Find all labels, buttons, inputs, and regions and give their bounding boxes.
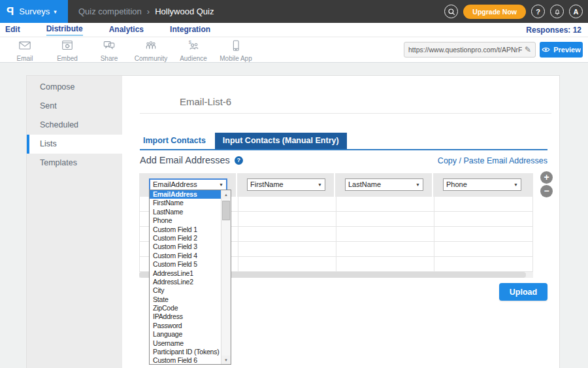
- surveys-menu[interactable]: P Surveys ▾: [0, 0, 68, 23]
- embed-icon: [60, 39, 74, 52]
- upload-button[interactable]: Upload: [499, 283, 547, 301]
- field-select-phone[interactable]: Phone ▼: [443, 178, 521, 191]
- account-button[interactable]: A: [569, 5, 583, 18]
- select-arrow-icon: ▼: [318, 178, 322, 190]
- column-divider: [434, 197, 434, 272]
- dropdown-option[interactable]: AddressLine1: [150, 269, 221, 278]
- top-bar: P Surveys ▾ Quiz competition › Hollywood…: [0, 0, 588, 23]
- contacts-tabs: Import Contacts Input Contacts (Manual E…: [140, 133, 347, 149]
- section-heading: Add Email Addresses ?: [140, 155, 243, 165]
- column-header-cell: FirstName ▼: [237, 173, 334, 197]
- nav-tab-analytics[interactable]: Analytics: [109, 25, 144, 35]
- toolbar-item-community[interactable]: Community: [130, 39, 172, 62]
- chevron-down-icon: ▾: [54, 8, 57, 15]
- scroll-up-icon[interactable]: ▲: [221, 190, 231, 199]
- email-icon: [18, 39, 32, 52]
- preview-button[interactable]: Preview: [540, 42, 583, 58]
- toolbar-item-label: Share: [88, 55, 130, 62]
- add-column-button[interactable]: +: [540, 171, 553, 184]
- bell-icon: [553, 8, 561, 16]
- responses-count[interactable]: Responses: 12: [526, 25, 581, 35]
- topbar-actions: Upgrade Now ? A: [444, 0, 583, 23]
- dropdown-option[interactable]: AddressLine2: [150, 278, 221, 286]
- field-select-first-name[interactable]: FirstName ▼: [247, 178, 325, 191]
- upgrade-now-button[interactable]: Upgrade Now: [463, 5, 526, 19]
- toolbar-item-label: Email: [4, 55, 46, 62]
- selected-field-label: Phone: [446, 180, 467, 188]
- dropdown-option[interactable]: LastName: [150, 208, 221, 216]
- edit-url-icon[interactable]: ✎: [525, 45, 531, 54]
- copy-paste-email-addresses-link[interactable]: Copy / Paste Email Addresses: [438, 156, 547, 165]
- select-arrow-icon: ▼: [219, 179, 223, 189]
- add-email-addresses-label: Add Email Addresses: [140, 155, 230, 165]
- breadcrumb: Quiz competition › Hollywood Quiz: [78, 7, 214, 16]
- field-select-last-name[interactable]: LastName ▼: [345, 178, 423, 191]
- share-icon: [102, 39, 116, 52]
- questionpro-logo-icon: P: [7, 5, 14, 18]
- nav-tab-distribute[interactable]: Distribute: [46, 24, 83, 36]
- selected-field-label: LastName: [348, 180, 381, 188]
- dropdown-option[interactable]: Custom Field 1: [150, 226, 221, 234]
- toolbar-item-audience[interactable]: $ Audience: [172, 39, 214, 62]
- dropdown-option[interactable]: Phone: [150, 216, 221, 225]
- tab-import-contacts[interactable]: Import Contacts: [140, 133, 209, 149]
- dropdown-option[interactable]: State: [150, 295, 221, 304]
- breadcrumb-current-page: Hollywood Quiz: [155, 7, 214, 16]
- survey-url-field[interactable]: https://www.questionpro.com/t/APNrFZ ✎: [404, 42, 536, 58]
- help-button[interactable]: ?: [531, 5, 545, 18]
- dropdown-option[interactable]: EmailAddress: [150, 190, 221, 199]
- nav-tab-integration[interactable]: Integration: [170, 25, 210, 35]
- dropdown-option[interactable]: Username: [150, 339, 221, 348]
- svg-text:$: $: [189, 39, 191, 45]
- survey-url-text: https://www.questionpro.com/t/APNrFZ: [408, 46, 522, 54]
- help-icon[interactable]: ?: [235, 156, 243, 165]
- page-title: Email-List-6: [180, 96, 231, 107]
- eye-icon: [542, 46, 550, 53]
- dropdown-option[interactable]: ZipCode: [150, 304, 221, 312]
- toolbar-item-embed[interactable]: Embed: [46, 39, 88, 62]
- audience-icon: $: [186, 39, 201, 52]
- dropdown-option[interactable]: Custom Field 5: [150, 260, 221, 269]
- column-divider: [238, 197, 238, 272]
- question-mark-icon: ?: [536, 8, 540, 16]
- column-header-cell: Phone ▼: [433, 173, 533, 197]
- dropdown-option[interactable]: Language: [150, 330, 221, 339]
- breadcrumb-separator-icon: ›: [147, 7, 150, 16]
- list-detail-panel: Email-List-6 Import Contacts Input Conta…: [27, 76, 561, 368]
- dropdown-option[interactable]: City: [150, 286, 221, 295]
- toolbar-item-label: Mobile App: [215, 55, 257, 62]
- dropdown-option[interactable]: Custom Field 2: [150, 234, 221, 243]
- dropdown-option[interactable]: Participant ID (Tokens): [150, 348, 221, 356]
- dropdown-option[interactable]: Custom Field 3: [150, 243, 221, 251]
- breadcrumb-survey-name[interactable]: Quiz competition: [78, 7, 142, 16]
- preview-label: Preview: [553, 46, 581, 54]
- dropdown-option[interactable]: Password: [150, 322, 221, 330]
- selected-field-label: EmailAddress: [153, 180, 197, 188]
- selected-field-label: FirstName: [250, 180, 284, 188]
- mobile-app-icon: [229, 39, 243, 52]
- select-arrow-icon: ▼: [416, 178, 420, 190]
- product-menu-label: Surveys: [19, 7, 50, 16]
- select-arrow-icon: ▼: [514, 178, 518, 190]
- toolbar-item-label: Embed: [46, 55, 88, 62]
- scroll-down-icon[interactable]: ▼: [221, 356, 231, 364]
- remove-column-button[interactable]: −: [540, 185, 553, 197]
- toolbar-item-share[interactable]: Share: [88, 39, 130, 62]
- search-icon: [448, 8, 455, 16]
- account-initial: A: [574, 8, 579, 16]
- dropdown-option[interactable]: FirstName: [150, 199, 221, 207]
- toolbar-item-email[interactable]: Email: [4, 39, 46, 62]
- search-button[interactable]: [444, 5, 458, 18]
- nav-tab-edit[interactable]: Edit: [5, 25, 20, 35]
- dropdown-option[interactable]: Custom Field 4: [150, 252, 221, 260]
- field-dropdown-options: EmailAddress FirstName LastName Phone Cu…: [150, 190, 221, 364]
- tab-input-contacts-manual-entry[interactable]: Input Contacts (Manual Entry): [215, 133, 347, 149]
- dropdown-option[interactable]: IPAddress: [150, 312, 221, 321]
- dropdown-scrollbar[interactable]: ▲ ▼: [221, 190, 231, 364]
- notifications-button[interactable]: [550, 5, 564, 18]
- survey-nav: Edit Distribute Analytics Integration Re…: [0, 23, 588, 37]
- dropdown-option[interactable]: Custom Field 6: [150, 356, 221, 364]
- column-header-cell: LastName ▼: [335, 173, 432, 197]
- toolbar-item-mobile-app[interactable]: Mobile App: [215, 39, 257, 62]
- dropdown-scrollbar-thumb[interactable]: [222, 201, 230, 220]
